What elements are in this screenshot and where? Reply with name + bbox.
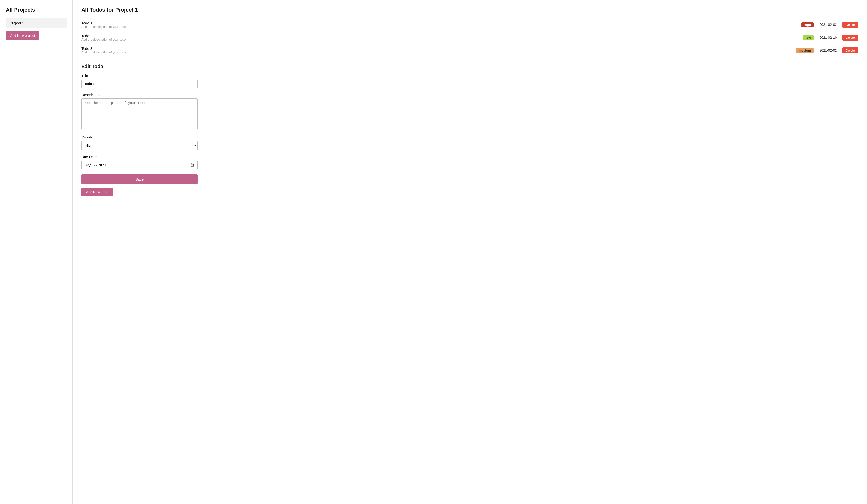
- title-label: Title: [82, 74, 858, 78]
- delete-button[interactable]: Delete: [842, 22, 858, 28]
- description-textarea[interactable]: [82, 98, 197, 130]
- project-item[interactable]: Project 1: [6, 18, 67, 28]
- todo-name: Todo 3: [82, 46, 796, 51]
- due-date-label: Due Date: [82, 155, 858, 159]
- todo-actions: medium 2021-02-02 Delete: [796, 47, 858, 54]
- title-group: Title: [82, 74, 858, 88]
- add-project-button[interactable]: Add New project: [6, 31, 40, 40]
- todo-list: Todo 1 Add the description of your todo …: [82, 19, 858, 57]
- todo-actions: high 2021-02-02 Delete: [801, 22, 858, 28]
- todo-date: 2021-02-02: [817, 23, 839, 26]
- todo-description: Add the description of your todo: [82, 25, 801, 29]
- todo-date: 2021-02-02: [817, 48, 839, 52]
- description-label: Description: [82, 93, 858, 97]
- todo-info: Todo 1 Add the description of your todo: [82, 21, 801, 29]
- priority-badge: medium: [796, 48, 814, 53]
- title-input[interactable]: [82, 79, 197, 88]
- table-row: Todo 1 Add the description of your todo …: [82, 19, 858, 31]
- delete-button[interactable]: Delete: [842, 47, 858, 54]
- add-todo-button[interactable]: Add New Todo: [82, 188, 113, 196]
- main-title: All Todos for Project 1: [82, 7, 858, 13]
- due-date-input[interactable]: [82, 160, 197, 170]
- priority-badge: low: [803, 35, 814, 40]
- todo-actions: low 2021-02-10 Delete: [803, 35, 858, 41]
- edit-section-title: Edit Todo: [82, 64, 858, 69]
- priority-label: Priority: [82, 135, 858, 139]
- delete-button[interactable]: Delete: [842, 35, 858, 41]
- todo-info: Todo 2 Add the description of your todo: [82, 34, 803, 41]
- table-row: Todo 2 Add the description of your todo …: [82, 31, 858, 44]
- todo-date: 2021-02-10: [817, 36, 839, 40]
- sidebar: All Projects Project 1 Add New project: [0, 0, 73, 504]
- todo-description: Add the description of your todo: [82, 51, 796, 54]
- save-button[interactable]: Save: [82, 174, 197, 184]
- priority-group: Priority High Medium Low: [82, 135, 858, 150]
- due-date-group: Due Date: [82, 155, 858, 170]
- todo-info: Todo 3 Add the description of your todo: [82, 46, 796, 54]
- priority-badge: high: [801, 22, 814, 28]
- priority-select[interactable]: High Medium Low: [82, 141, 197, 150]
- todo-name: Todo 2: [82, 34, 803, 38]
- table-row: Todo 3 Add the description of your todo …: [82, 44, 858, 57]
- description-group: Description: [82, 93, 858, 131]
- todo-description: Add the description of your todo: [82, 38, 803, 41]
- sidebar-title: All Projects: [6, 7, 67, 13]
- project-name: Project 1: [10, 21, 24, 25]
- edit-section: Edit Todo Title Description Priority Hig…: [82, 64, 858, 196]
- todo-name: Todo 1: [82, 21, 801, 25]
- main-content: All Todos for Project 1 Todo 1 Add the d…: [73, 0, 867, 504]
